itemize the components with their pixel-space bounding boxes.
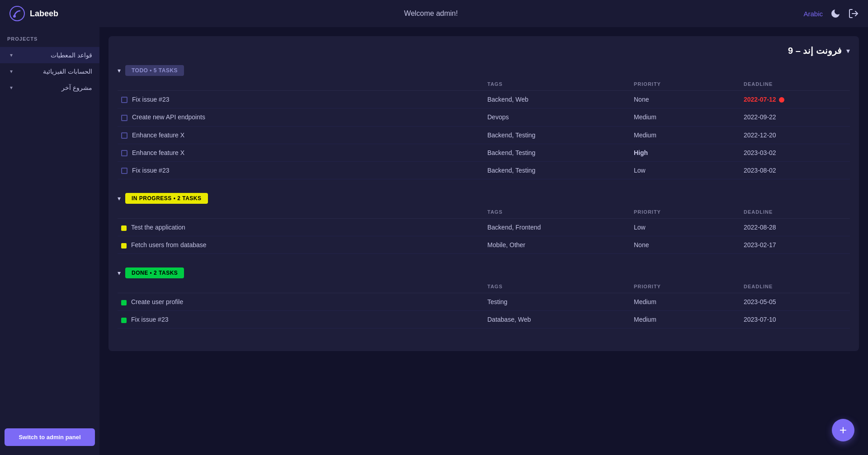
table-row[interactable]: Fix issue #23 Backend, Testing Low 2023-… — [118, 162, 850, 179]
col-priority-ip: PRIORITY — [630, 204, 740, 219]
task-tags: Backend, Frontend — [484, 219, 630, 236]
task-checkbox[interactable] — [121, 168, 127, 174]
table-row[interactable]: Create user profile Testing Medium 2023-… — [118, 293, 850, 311]
task-deadline: 2022-07-12 — [740, 91, 850, 108]
sidebar-item-physics[interactable]: ▾ الحسابات الفيزيائية — [0, 63, 99, 80]
col-tags-done: TAGS — [484, 278, 630, 293]
task-group-inprogress: ▾ IN PROGRESS • 2 TASKS TAGS PRIORITY DE… — [118, 193, 850, 254]
task-checkbox[interactable] — [121, 97, 127, 103]
task-deadline: 2022-09-22 — [740, 108, 850, 126]
task-name: Create user profile — [118, 293, 484, 311]
task-priority: None — [630, 236, 740, 254]
inprogress-status-badge: IN PROGRESS • 2 TASKS — [125, 193, 208, 204]
svg-point-0 — [10, 6, 24, 21]
col-deadline-todo: DEADLINE — [740, 76, 850, 91]
task-name: Enhance feature X — [118, 144, 484, 161]
task-indicator-green-2 — [121, 318, 127, 323]
task-indicator-green — [121, 300, 127, 305]
task-priority: Medium — [630, 311, 740, 328]
task-name: Enhance feature X — [118, 126, 484, 144]
projects-section-title: PROJECTS — [0, 36, 99, 47]
task-deadline: 2022-12-20 — [740, 126, 850, 144]
inprogress-group-chevron[interactable]: ▾ — [118, 195, 121, 202]
welcome-message: Welcome admin! — [404, 9, 458, 18]
col-tags-ip: TAGS — [484, 204, 630, 219]
col-task — [118, 76, 484, 91]
task-priority: Medium — [630, 293, 740, 311]
todo-group-chevron[interactable]: ▾ — [118, 67, 121, 74]
task-priority: High — [630, 144, 740, 161]
logout-icon[interactable] — [848, 8, 859, 19]
task-name: Test the application — [118, 219, 484, 236]
task-deadline: 2023-05-05 — [740, 293, 850, 311]
col-deadline-ip: DEADLINE — [740, 204, 850, 219]
table-row[interactable]: Create new API endpoints Devops Medium 2… — [118, 108, 850, 126]
task-tags: Mobile, Other — [484, 236, 630, 254]
task-tags: Testing — [484, 293, 630, 311]
table-row[interactable]: Test the application Backend, Frontend L… — [118, 219, 850, 236]
topnav: Labeeb Welcome admin! Arabic — [0, 0, 868, 27]
fab-add-button[interactable]: + — [832, 419, 854, 441]
main-content: ▾ فرونت إند – 9 ▾ TODO • 5 TASKS TAGS PR… — [99, 27, 868, 455]
dark-mode-icon[interactable] — [830, 8, 841, 19]
topnav-left: Labeeb — [9, 5, 58, 22]
task-name: Fetch users from database — [118, 236, 484, 254]
task-indicator-yellow-2 — [121, 243, 127, 249]
sidebar-item-other[interactable]: ▾ مشروع آخر — [0, 80, 99, 96]
overdue-dot — [779, 97, 784, 103]
task-group-todo: ▾ TODO • 5 TASKS TAGS PRIORITY DEADLINE — [118, 65, 850, 179]
switch-admin-button[interactable]: Switch to admin panel — [5, 428, 95, 446]
task-tags: Backend, Web — [484, 91, 630, 108]
col-tags-todo: TAGS — [484, 76, 630, 91]
sidebar-item-label-physics: الحسابات الفيزيائية — [13, 68, 92, 75]
logo-icon — [9, 5, 25, 22]
task-name: Fix issue #23 — [118, 162, 484, 179]
task-checkbox[interactable] — [121, 115, 127, 121]
logo-text: Labeeb — [30, 9, 58, 19]
table-row[interactable]: Enhance feature X Backend, Testing Mediu… — [118, 126, 850, 144]
table-row[interactable]: Fix issue #23 Backend, Web None 2022-07-… — [118, 91, 850, 108]
task-deadline: 2023-02-17 — [740, 236, 850, 254]
table-row[interactable]: Fetch users from database Mobile, Other … — [118, 236, 850, 254]
svg-point-1 — [13, 15, 16, 18]
project-section: ▾ فرونت إند – 9 ▾ TODO • 5 TASKS TAGS PR… — [108, 36, 859, 351]
task-checkbox[interactable] — [121, 150, 127, 156]
task-tags: Backend, Testing — [484, 126, 630, 144]
sidebar: PROJECTS ▾ قواعد المعطيات ▾ الحسابات الف… — [0, 27, 99, 455]
col-priority-todo: PRIORITY — [630, 76, 740, 91]
task-group-header-inprogress: ▾ IN PROGRESS • 2 TASKS — [118, 193, 850, 204]
col-task-ip — [118, 204, 484, 219]
language-button[interactable]: Arabic — [803, 10, 823, 18]
task-name: Create new API endpoints — [118, 108, 484, 126]
task-group-header-todo: ▾ TODO • 5 TASKS — [118, 65, 850, 76]
done-group-chevron[interactable]: ▾ — [118, 269, 121, 277]
done-task-table: TAGS PRIORITY DEADLINE Create user profi… — [118, 278, 850, 328]
task-tags: Devops — [484, 108, 630, 126]
task-tags: Backend, Testing — [484, 144, 630, 161]
main-layout: PROJECTS ▾ قواعد المعطيات ▾ الحسابات الف… — [0, 27, 868, 455]
task-priority: Medium — [630, 108, 740, 126]
inprogress-task-table: TAGS PRIORITY DEADLINE Test the applicat… — [118, 204, 850, 254]
task-name: Fix issue #23 — [118, 91, 484, 108]
table-row[interactable]: Fix issue #23 Database, Web Medium 2023-… — [118, 311, 850, 328]
task-name: Fix issue #23 — [118, 311, 484, 328]
project-chevron[interactable]: ▾ — [846, 47, 850, 55]
sidebar-item-label-other: مشروع آخر — [13, 84, 92, 91]
task-checkbox[interactable] — [121, 132, 127, 139]
task-priority: Low — [630, 219, 740, 236]
task-deadline: 2023-03-02 — [740, 144, 850, 161]
col-deadline-done: DEADLINE — [740, 278, 850, 293]
topnav-right: Arabic — [803, 8, 859, 19]
table-row[interactable]: Enhance feature X Backend, Testing High … — [118, 144, 850, 161]
todo-status-badge: TODO • 5 TASKS — [125, 65, 184, 76]
task-group-done: ▾ DONE • 2 TASKS TAGS PRIORITY DEADLINE — [118, 267, 850, 328]
task-priority: None — [630, 91, 740, 108]
sidebar-item-db[interactable]: ▾ قواعد المعطيات — [0, 47, 99, 63]
project-header: ▾ فرونت إند – 9 — [118, 45, 850, 56]
task-indicator-yellow — [121, 225, 127, 231]
todo-task-table: TAGS PRIORITY DEADLINE Fix issue #23 Bac… — [118, 76, 850, 179]
col-priority-done: PRIORITY — [630, 278, 740, 293]
task-tags: Backend, Testing — [484, 162, 630, 179]
task-priority: Low — [630, 162, 740, 179]
task-tags: Database, Web — [484, 311, 630, 328]
